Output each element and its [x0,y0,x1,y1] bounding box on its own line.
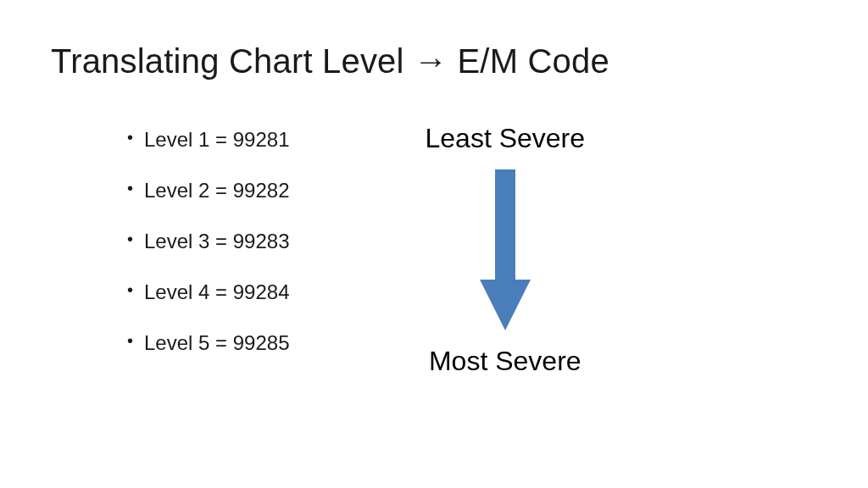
list-item: Level 2 = 99282 [127,179,289,202]
severity-column: Least Severe Most Severe [374,123,585,382]
slide: Translating Chart Level → E/M Code Level… [0,0,868,488]
svg-marker-0 [480,169,531,330]
level-list: Level 1 = 99281 Level 2 = 99282 Level 3 … [127,123,289,382]
severity-top-label: Least Severe [425,123,585,154]
list-item: Level 3 = 99283 [127,230,289,253]
title-pre: Translating Chart Level [51,42,414,80]
list-item: Level 5 = 99285 [127,331,289,355]
list-item: Level 1 = 99281 [127,128,289,152]
content-row: Level 1 = 99281 Level 2 = 99282 Level 3 … [51,123,817,382]
title-post: E/M Code [448,42,609,80]
list-item: Level 4 = 99284 [127,280,289,304]
arrow-right-icon: → [414,42,448,80]
page-title: Translating Chart Level → E/M Code [51,42,817,80]
severity-bottom-label: Most Severe [429,346,581,377]
arrow-down-icon [480,169,531,334]
